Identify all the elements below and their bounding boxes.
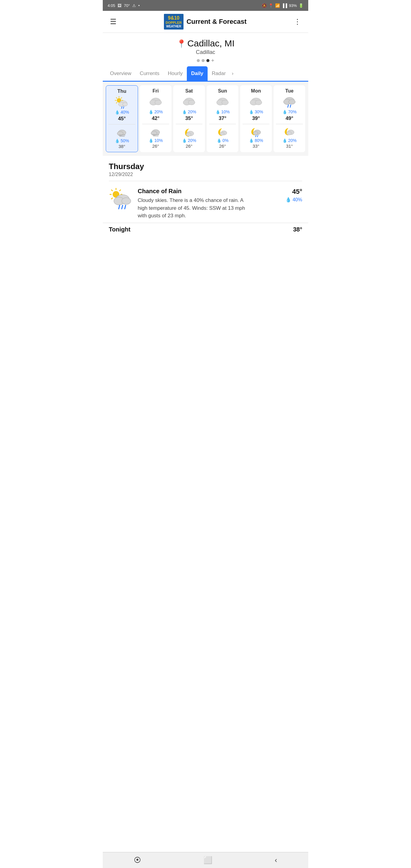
day-col-fri[interactable]: Fri 20% 42° 10% 26° [140,85,171,152]
svg-line-7 [121,98,122,98]
day-icon-tue [282,96,297,108]
day-hi-mon: 39° [252,116,260,121]
night-icon-fri [150,127,161,138]
svg-line-12 [121,107,122,108]
status-dot: • [138,3,140,8]
night-icon-tue [284,127,295,138]
tonight-row: Tonight 38° [103,223,308,236]
day-hi-sun: 37° [219,116,227,121]
detail-day-title: Thursday [109,162,302,171]
more-options-button[interactable]: ⋮ [292,16,302,27]
day-hi-tue: 49° [286,116,293,121]
night-temp-thu: 38° [119,144,125,149]
status-time: 4:05 [107,3,115,8]
svg-line-13 [123,107,124,108]
svg-line-41 [257,135,258,137]
logo-box: 9&10 DOPPLER WEATHER [164,14,184,30]
location-dots: + [109,58,302,63]
status-location-icon: 📍 [268,3,273,8]
day-name-sat: Sat [185,88,193,94]
day-hi-fri: 42° [152,116,160,121]
logo-text-bot: WEATHER [166,25,182,28]
tonight-temp: 38° [293,226,302,233]
detail-date: 12/29/2022 [109,172,302,177]
day-icon-fri [149,96,163,108]
night-rain-mon: 80% [249,138,263,143]
night-rain-tue: 20% [282,138,297,143]
day-name-mon: Mon [251,88,261,94]
day-col-tue[interactable]: Tue 70% 49° 20% 31° [274,85,305,152]
status-photo-icon: 🖼 [118,3,121,8]
day-rain-sun: 10% [216,110,230,114]
night-icon-sun [217,127,228,138]
svg-point-29 [186,133,191,136]
day-icon-sat [182,96,196,108]
detail-condition: Chance of Rain [138,188,246,195]
svg-line-5 [116,98,117,98]
tab-daily[interactable]: Daily [187,66,208,81]
day-hi-thu: 45° [118,116,126,122]
night-temp-sun: 26° [219,144,226,149]
night-temp-mon: 33° [253,144,259,149]
night-temp-tue: 31° [286,144,293,149]
menu-button[interactable]: ☰ [109,16,118,27]
day-col-mon[interactable]: Mon 30% 39° 80% 33° [240,85,272,152]
dot-2[interactable] [201,59,204,62]
dot-1[interactable] [197,59,200,62]
status-bar: 4:05 🖼 70° ⚠ • 🔕 📍 📶 ▐▐ 93% 🔋 [103,0,308,11]
day-hi-sat: 35° [185,116,193,121]
svg-point-34 [220,132,224,135]
night-icon-thu [117,127,127,138]
svg-point-37 [255,100,262,105]
daily-grid: Thu 40% [103,82,308,156]
day-rain-fri: 20% [149,110,163,114]
night-temp-sat: 26° [186,144,193,149]
day-name-tue: Tue [285,88,293,94]
night-rain-sat: 20% [182,138,196,143]
status-battery: 93% [289,3,297,8]
status-wifi-icon: 📶 [275,3,280,8]
day-col-sat[interactable]: Sat 20% 35° 20% 26° [173,85,205,152]
day-icon-thu [115,96,129,108]
location-sub: Cadillac [109,49,302,56]
day-name-thu: Thu [118,89,126,94]
svg-line-45 [288,105,288,107]
tab-arrow-icon: › [230,66,235,81]
svg-line-54 [112,190,113,191]
svg-point-60 [122,198,131,204]
day-name-fri: Fri [153,88,158,94]
svg-point-44 [289,99,295,104]
svg-line-57 [112,198,113,199]
add-location-button[interactable]: + [211,58,215,63]
svg-point-39 [253,131,258,135]
day-col-sun[interactable]: Sun 10% 37° 0% 26° [207,85,238,152]
night-rain-fri: 10% [149,138,163,143]
tab-currents[interactable]: Currents [135,66,164,81]
svg-line-8 [116,102,117,103]
day-icon-mon [249,96,263,108]
detail-description: Cloudy skies. There is a 40% chance of r… [138,196,246,220]
status-warning-icon: ⚠ [132,3,136,8]
detail-today-row: Chance of Rain Cloudy skies. There is a … [109,185,302,223]
status-mute-icon: 🔕 [262,3,267,8]
status-battery-icon: 🔋 [298,3,304,8]
location-section: 📍Cadillac, MI Cadillac + [103,33,308,66]
tab-overview[interactable]: Overview [106,66,135,81]
svg-line-61 [119,205,120,209]
svg-line-63 [125,205,126,209]
day-rain-thu: 40% [115,110,129,115]
tonight-label: Tonight [109,226,130,233]
night-icon-sat [184,127,195,138]
day-rain-sat: 20% [182,110,196,114]
svg-point-48 [287,131,291,135]
tab-radar[interactable]: Radar [208,66,230,81]
svg-line-56 [120,190,121,191]
tab-hourly[interactable]: Hourly [164,66,187,81]
dot-3[interactable] [207,59,210,62]
detail-section: Thursday 12/29/2022 [103,156,308,223]
svg-line-40 [255,135,256,137]
day-rain-mon: 30% [249,110,263,114]
logo-text-mid: DOPPLER [166,21,182,25]
tab-bar: Overview Currents Hourly Daily Radar › [103,66,308,82]
day-col-thu[interactable]: Thu 40% [106,85,138,152]
